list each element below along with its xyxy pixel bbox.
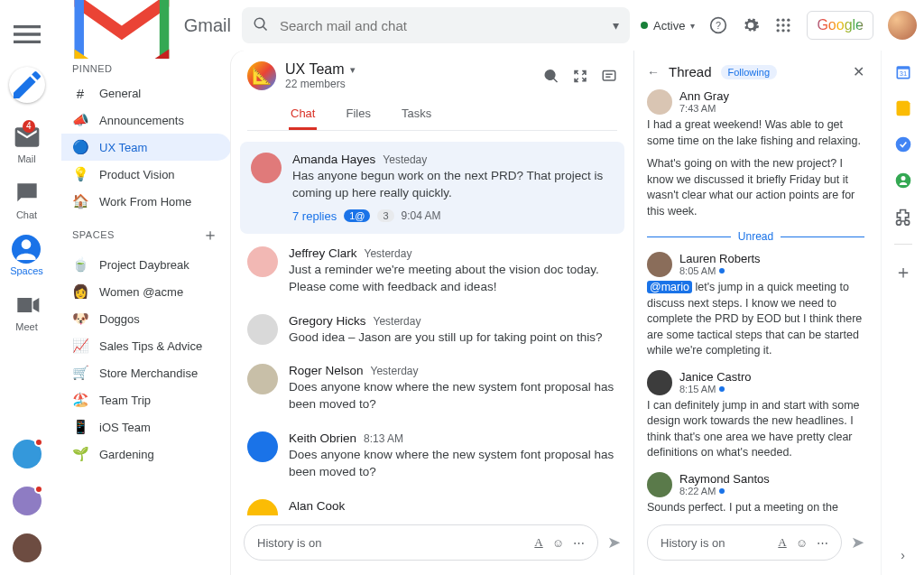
- google-logo[interactable]: Google: [807, 11, 873, 40]
- timestamp: Yesterday: [371, 365, 419, 377]
- left-rail: 4 Mail Chat Spaces Meet: [0, 0, 54, 575]
- sidebar-item[interactable]: 🐶Doggos: [61, 305, 231, 332]
- tab-files[interactable]: Files: [344, 99, 372, 130]
- emoji-icon[interactable]: ☺: [552, 536, 564, 550]
- addons-icon[interactable]: [894, 208, 912, 226]
- thread-message[interactable]: Janice Castro 8:15 AM I can definitely j…: [647, 370, 864, 461]
- search-options-icon[interactable]: ▾: [613, 18, 619, 32]
- format-icon[interactable]: A: [534, 535, 542, 550]
- rail-item-chat[interactable]: Chat: [13, 179, 42, 220]
- sidebar-item[interactable]: 🌱Gardening: [61, 441, 231, 468]
- thread-list-icon[interactable]: [601, 67, 617, 86]
- avatar: [247, 499, 278, 515]
- keep-icon[interactable]: [894, 99, 912, 117]
- thread-composer[interactable]: History is on A ☺ ⋯: [647, 524, 842, 561]
- main-menu-button[interactable]: [9, 16, 45, 52]
- rail-item-meet[interactable]: Meet: [13, 291, 42, 332]
- space-emoji-icon: 💡: [72, 166, 88, 182]
- space-title[interactable]: UX Team ▾: [285, 61, 356, 78]
- message-list: Amanda Hayes Yesteday Has anyone begun w…: [231, 131, 633, 515]
- back-icon[interactable]: ←: [647, 65, 660, 79]
- presence-avatar[interactable]: [13, 533, 42, 562]
- following-pill[interactable]: Following: [721, 65, 777, 79]
- thread-message[interactable]: Ann Gray 7:43 AM I had a great weekend! …: [647, 89, 864, 219]
- search-icon: [253, 16, 269, 35]
- close-icon[interactable]: ✕: [853, 63, 864, 80]
- thread-message[interactable]: Raymond Santos 8:22 AM Sounds perfect. I…: [647, 472, 864, 516]
- sidebar-item-label: Store Merchandise: [99, 366, 198, 380]
- expand-panel-icon[interactable]: ›: [901, 548, 905, 562]
- sidebar: PINNED #General📣Announcements🔵UX Team💡Pr…: [54, 51, 231, 575]
- sidebar-item[interactable]: 👩Women @acme: [61, 278, 231, 305]
- thread-pane: ← Thread Following ✕ Ann Gray 7:43 AM I …: [633, 51, 877, 575]
- sidebar-item[interactable]: 🏖️Team Trip: [61, 386, 231, 413]
- sidebar-item[interactable]: 🛒Store Merchandise: [61, 359, 231, 386]
- presence-avatar[interactable]: [13, 487, 42, 515]
- sidebar-item-label: iOS Team: [99, 421, 151, 434]
- sidebar-item[interactable]: 📱iOS Team: [61, 413, 231, 441]
- help-icon[interactable]: ?: [709, 16, 727, 34]
- sender-name: Raymond Santos: [679, 472, 770, 486]
- message-text: Does anyone know where the new system fo…: [289, 379, 617, 413]
- avatar: [647, 370, 672, 395]
- sidebar-item-label: Doggos: [99, 312, 140, 326]
- search-input[interactable]: [280, 18, 602, 33]
- tasks-icon[interactable]: [894, 135, 912, 153]
- rail-label: Meet: [15, 321, 37, 332]
- tab-chat[interactable]: Chat: [289, 99, 317, 130]
- get-addons-icon[interactable]: ＋: [894, 263, 912, 281]
- space-avatar: 📐: [247, 61, 276, 90]
- send-icon[interactable]: ➤: [607, 533, 621, 552]
- contacts-icon[interactable]: [894, 172, 912, 190]
- gear-icon[interactable]: [742, 16, 760, 34]
- more-icon[interactable]: ⋯: [573, 536, 585, 550]
- calendar-icon[interactable]: 31: [894, 63, 912, 81]
- chat-message[interactable]: Gregory Hicks Yesterday Good idea – Jaso…: [231, 305, 633, 356]
- sidebar-item[interactable]: 📣Announcements: [61, 107, 231, 134]
- unread-dot-icon: [719, 488, 725, 494]
- search-bar[interactable]: ▾: [242, 7, 630, 43]
- sender-name: Roger Nelson: [289, 364, 364, 377]
- sidebar-item-label: Team Trip: [99, 394, 151, 407]
- replies-link[interactable]: 7 replies: [292, 209, 337, 223]
- sidebar-item[interactable]: 🏠Work From Home: [61, 188, 231, 215]
- sidebar-item[interactable]: 🔵UX Team: [61, 134, 231, 161]
- svg-point-17: [895, 137, 910, 153]
- svg-text:?: ?: [716, 20, 721, 31]
- thread-message[interactable]: Lauren Roberts 8:05 AM @mario let's jump…: [647, 252, 864, 359]
- sidebar-item-label: Project Daybreak: [99, 258, 189, 272]
- topbar: Gmail ▾ Active ▾ ? Google: [54, 0, 924, 51]
- tab-bar: Chat Files Tasks: [247, 99, 617, 131]
- sender-name: Keith Obrien: [289, 431, 356, 445]
- sidebar-item[interactable]: 🍵Project Daybreak: [61, 251, 231, 278]
- pinned-header: PINNED: [61, 54, 231, 79]
- search-in-space-icon[interactable]: [543, 67, 559, 86]
- format-icon[interactable]: A: [778, 535, 786, 550]
- sidebar-item[interactable]: #General: [61, 79, 231, 107]
- message-text: What's going on with the new project? I …: [647, 156, 864, 219]
- mention-chip[interactable]: @mario: [647, 281, 692, 293]
- count-pill: 3: [377, 209, 393, 222]
- account-avatar[interactable]: [888, 11, 917, 40]
- chat-message[interactable]: Roger Nelson Yesterday Does anyone know …: [231, 355, 633, 422]
- chat-message[interactable]: Amanda Hayes Yesteday Has anyone begun w…: [240, 142, 624, 234]
- status-chip[interactable]: Active ▾: [641, 19, 695, 32]
- chat-message[interactable]: Alan Cook: [231, 490, 633, 515]
- chat-message[interactable]: Keith Obrien 8:13 AM Does anyone know wh…: [231, 422, 633, 490]
- sidebar-item[interactable]: 💡Product Vision: [61, 161, 231, 188]
- collapse-icon[interactable]: [572, 67, 588, 86]
- send-icon[interactable]: ➤: [851, 533, 864, 552]
- rail-item-spaces[interactable]: Spaces: [10, 235, 43, 276]
- rail-item-mail[interactable]: 4 Mail: [13, 123, 42, 164]
- tab-tasks[interactable]: Tasks: [400, 99, 433, 130]
- emoji-icon[interactable]: ☺: [796, 536, 808, 550]
- add-space-button[interactable]: ＋: [202, 224, 225, 246]
- presence-avatar[interactable]: [13, 440, 42, 468]
- composer[interactable]: History is on A ☺ ⋯: [244, 524, 598, 561]
- chat-message[interactable]: Jeffrey Clark Yesterday Just a reminder …: [231, 237, 633, 305]
- sidebar-item[interactable]: 📈Sales Tips & Advice: [61, 332, 231, 359]
- compose-button[interactable]: [9, 67, 45, 103]
- apps-icon[interactable]: [774, 16, 792, 34]
- more-icon[interactable]: ⋯: [817, 536, 828, 550]
- space-emoji-icon: 📱: [72, 419, 88, 435]
